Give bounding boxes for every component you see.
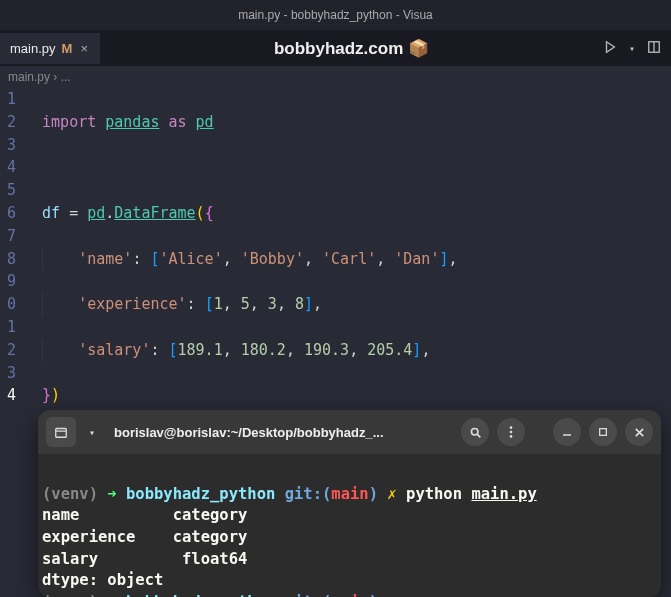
tab-main-py[interactable]: main.py M × xyxy=(0,33,100,64)
terminal-header: ▾ borislav@borislav:~/Desktop/bobbyhadz_… xyxy=(38,410,661,454)
window-title: main.py - bobbyhadz_python - Visua xyxy=(238,8,433,22)
tab-bar: main.py M × bobbyhadz.com 📦 ▾ xyxy=(0,30,671,66)
tab-filename: main.py xyxy=(10,41,56,56)
tab-close-icon[interactable]: × xyxy=(78,41,90,56)
svg-point-6 xyxy=(510,426,513,429)
search-icon[interactable] xyxy=(461,418,489,446)
svg-point-7 xyxy=(510,431,513,434)
chevron-down-icon[interactable]: ▾ xyxy=(629,43,635,54)
split-editor-icon[interactable] xyxy=(647,39,661,58)
terminal-output[interactable]: (venv) ➜ bobbyhadz_python git:(main) ✗ p… xyxy=(38,454,661,597)
line-gutter: 1 2 3 4 5 6 7 8 9 0 1 2 3 4 xyxy=(0,88,24,597)
run-icon[interactable] xyxy=(603,39,617,58)
svg-point-8 xyxy=(510,435,513,438)
svg-point-4 xyxy=(471,428,478,435)
close-button[interactable] xyxy=(625,418,653,446)
svg-line-5 xyxy=(477,434,480,437)
url-display: bobbyhadz.com 📦 xyxy=(100,38,603,59)
window-title-bar: main.py - bobbyhadz_python - Visua xyxy=(0,0,671,30)
maximize-button[interactable] xyxy=(589,418,617,446)
tab-modified-indicator: M xyxy=(62,41,73,56)
dropdown-icon[interactable]: ▾ xyxy=(84,417,100,447)
svg-rect-2 xyxy=(56,429,67,438)
minimize-button[interactable] xyxy=(553,418,581,446)
new-tab-button[interactable] xyxy=(46,417,76,447)
menu-icon[interactable] xyxy=(497,418,525,446)
breadcrumb[interactable]: main.py › ... xyxy=(0,66,671,88)
svg-rect-10 xyxy=(600,429,607,436)
terminal-window: ▾ borislav@borislav:~/Desktop/bobbyhadz_… xyxy=(38,410,661,597)
terminal-title: borislav@borislav:~/Desktop/bobbyhadz_..… xyxy=(108,425,453,440)
